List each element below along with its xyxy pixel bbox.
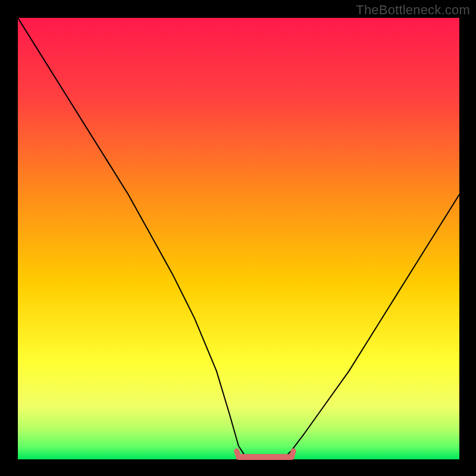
chart-frame: TheBottleneck.com	[0, 0, 476, 476]
svg-point-2	[268, 454, 272, 458]
plot-background	[18, 18, 459, 459]
watermark-text: TheBottleneck.com	[356, 2, 470, 18]
svg-point-0	[248, 454, 251, 458]
bottleneck-chart	[0, 0, 476, 476]
svg-point-1	[258, 454, 261, 458]
svg-point-3	[279, 454, 283, 458]
